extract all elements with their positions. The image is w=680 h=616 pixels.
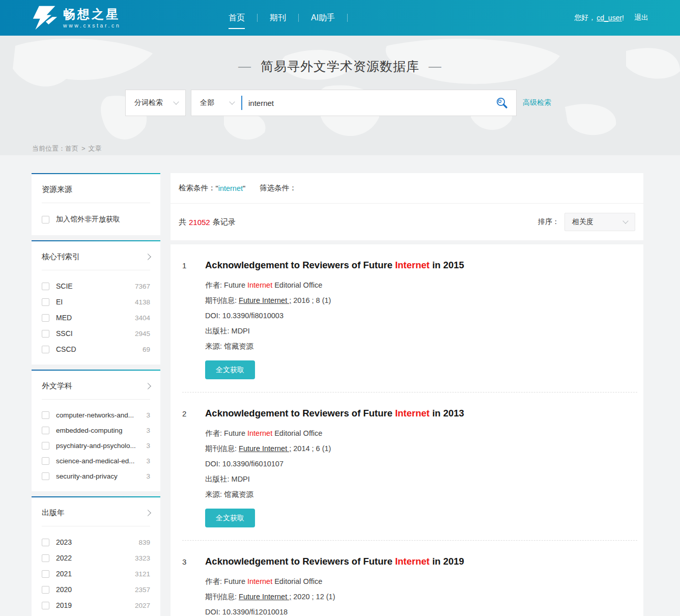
search-field-value: 全部 (200, 98, 214, 107)
filter-option[interactable]: EI 4138 (42, 298, 150, 306)
header: 畅想之星 www.cxstar.cn 首页 期刊 AI助手 您好，cd_user… (0, 0, 680, 36)
checkbox-icon[interactable] (42, 346, 49, 353)
page-title-text: 简易寻外文学术资源数据库 (261, 59, 419, 74)
filter-option[interactable]: computer-networks-and... 3 (42, 411, 150, 419)
filter-option-label: security-and-privacy (56, 472, 118, 480)
title-dash-left: — (238, 59, 251, 73)
breadcrumb-home-link[interactable]: 首页 (65, 145, 78, 152)
search-button[interactable] (488, 90, 516, 116)
logout-link[interactable]: 退出 (634, 13, 648, 22)
filter-option-count: 3 (144, 472, 150, 480)
greeting-suffix: ! (622, 14, 624, 22)
result-title-link[interactable]: Acknowledgement to Reviewers of Future I… (205, 556, 464, 567)
title-text: in 2019 (430, 556, 464, 567)
author-line: 作者: Future Internet Editorial Office (205, 277, 628, 293)
section-header[interactable]: 外文学科 (32, 371, 160, 399)
fulltext-button[interactable]: 全文获取 (205, 509, 255, 527)
nav-item-journals[interactable]: 期刊 (258, 0, 298, 36)
doi-line: DOI: 10.3390/fi8010003 (205, 308, 628, 323)
checkbox-icon[interactable] (42, 330, 49, 338)
search-mode-value: 分词检索 (134, 98, 163, 107)
filter-option-label: 2019 (56, 601, 72, 609)
result-item: 2 Acknowledgement to Reviewers of Future… (171, 393, 643, 527)
nav-item-ai-assistant[interactable]: AI助手 (299, 0, 347, 36)
filter-option[interactable]: 加入馆外非开放获取 (42, 215, 150, 224)
filter-criteria-label: 筛选条件： (260, 183, 297, 193)
results-header-card: 检索条件： "internet" 筛选条件： 共 21052 条记录 排序： 相… (171, 173, 643, 240)
nav-item-home[interactable]: 首页 (216, 0, 257, 36)
checkbox-icon[interactable] (42, 283, 49, 290)
journal-line: 期刊信息: Future Internet ; 2016 ; 8 (1) (205, 293, 628, 308)
filter-option[interactable]: CSCD 69 (42, 345, 150, 353)
filter-option[interactable]: 2020 2357 (42, 585, 150, 594)
search-criteria-bar: 检索条件： "internet" 筛选条件： (171, 173, 643, 204)
title-text: Acknowledgement to Reviewers of Future (205, 260, 395, 270)
checkbox-icon[interactable] (42, 314, 49, 322)
checkbox-icon[interactable] (42, 570, 49, 578)
total-count: 21052 (189, 218, 210, 227)
advanced-search-link[interactable]: 高级检索 (523, 98, 551, 107)
filter-option[interactable]: 2023 839 (42, 538, 150, 546)
checkbox-icon[interactable] (42, 411, 49, 419)
filter-option[interactable]: psychiatry-and-psycholo... 3 (42, 442, 150, 450)
nav-ai-label: AI助手 (311, 13, 335, 22)
filter-option[interactable]: SSCI 2945 (42, 329, 150, 338)
greeting-text: 您好， (574, 13, 596, 22)
filter-option[interactable]: SCIE 7367 (42, 282, 150, 290)
journal-link[interactable]: Future Internet ; (239, 444, 291, 453)
user-area: 您好，cd_user! 退出 (574, 0, 648, 36)
filter-option-label: computer-networks-and... (56, 411, 134, 419)
filter-option-count: 3 (144, 411, 150, 419)
search-field-select[interactable]: 全部 (191, 98, 241, 107)
checkbox-icon[interactable] (42, 298, 49, 306)
content-area: 资源来源 加入馆外非开放获取 核心刊索引 SCIE 7367 (0, 155, 680, 616)
filter-option-label: 2023 (56, 538, 72, 546)
search-input[interactable] (242, 90, 488, 116)
checkbox-icon[interactable] (42, 472, 49, 480)
sort-select[interactable]: 相关度 (564, 213, 635, 231)
journal-link[interactable]: Future Internet ; (239, 296, 291, 304)
checkbox-icon[interactable] (42, 586, 49, 594)
filter-section-resource-source: 资源来源 加入馆外非开放获取 (32, 173, 160, 235)
filter-option[interactable]: security-and-privacy 3 (42, 472, 150, 480)
filter-option[interactable]: embedded-computing 3 (42, 427, 150, 434)
filter-option[interactable]: 2022 3323 (42, 554, 150, 562)
checkbox-icon[interactable] (42, 539, 49, 546)
checkbox-icon[interactable] (42, 442, 49, 450)
filter-option-count: 2357 (133, 586, 150, 594)
filter-section-core-index: 核心刊索引 SCIE 7367 EI 4138 MED 3404 (32, 240, 160, 365)
checkbox-icon[interactable] (42, 602, 49, 609)
section-title: 核心刊索引 (42, 252, 80, 262)
filter-option[interactable]: MED 3404 (42, 314, 150, 322)
checkbox-icon[interactable] (42, 457, 49, 465)
result-title-link[interactable]: Acknowledgement to Reviewers of Future I… (205, 408, 464, 419)
results-list: 1 Acknowledgement to Reviewers of Future… (171, 244, 643, 616)
filter-option[interactable]: science-and-medical-ed... 3 (42, 457, 150, 465)
checkbox-icon[interactable] (42, 427, 49, 434)
filter-option-count: 3404 (133, 314, 150, 322)
breadcrumb-separator: > (81, 145, 86, 152)
results-area: 检索条件： "internet" 筛选条件： 共 21052 条记录 排序： 相… (171, 173, 643, 616)
breadcrumb-current: 文章 (89, 145, 102, 152)
logo-icon (32, 5, 58, 31)
filter-option[interactable]: 2019 2027 (42, 601, 150, 609)
source-line: 来源: 馆藏资源 (205, 487, 628, 502)
filter-option-count: 3 (144, 457, 150, 465)
section-header[interactable]: 出版年 (32, 497, 160, 526)
title-text: Acknowledgement to Reviewers of Future (205, 556, 395, 567)
search-mode-select[interactable]: 分词检索 (125, 90, 186, 116)
result-title-link[interactable]: Acknowledgement to Reviewers of Future I… (205, 260, 464, 271)
section-header[interactable]: 核心刊索引 (32, 241, 160, 270)
nav-home-label: 首页 (229, 13, 245, 22)
section-header: 资源来源 (32, 174, 160, 203)
checkbox-icon[interactable] (42, 554, 49, 562)
checkbox-icon[interactable] (42, 216, 49, 223)
journal-link[interactable]: Future Internet ; (239, 593, 291, 601)
filter-option-label: EI (56, 298, 63, 306)
nav-divider (347, 14, 348, 22)
filter-option-label: SSCI (56, 329, 73, 338)
username-link[interactable]: cd_user (597, 14, 622, 22)
logo[interactable]: 畅想之星 www.cxstar.cn (32, 5, 121, 31)
fulltext-button[interactable]: 全文获取 (205, 360, 255, 379)
filter-option[interactable]: 2021 3121 (42, 570, 150, 578)
